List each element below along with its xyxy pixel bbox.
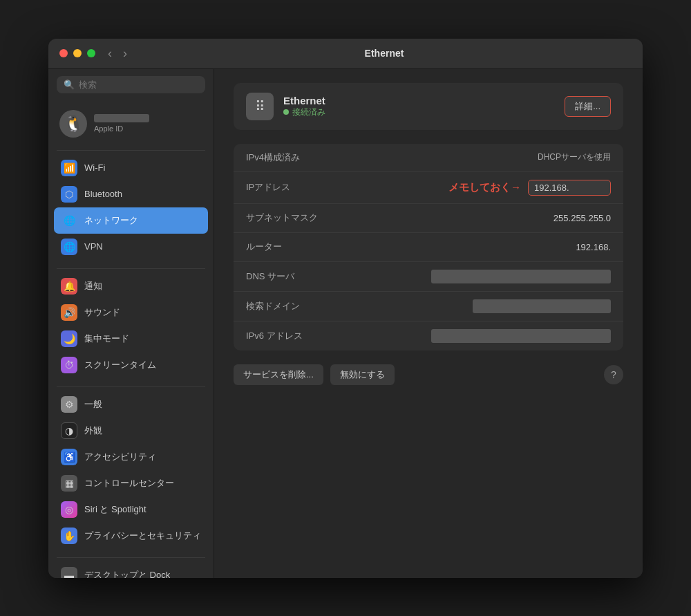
ethernet-name: Ethernet [283, 95, 325, 106]
router-label: ルーター [246, 241, 336, 253]
sidebar-label-access: アクセシビリティ [84, 451, 156, 463]
ethernet-icon: ⠿ [246, 93, 274, 120]
subnet-row: サブネットマスク 255.255.255.0 [234, 204, 623, 233]
ip-row-content: メモしておく→ 192.168. [336, 180, 611, 196]
ethernet-status-label: 接続済み [292, 106, 325, 118]
privacy-icon: ✋ [61, 528, 77, 544]
ipv4-label: IPv4構成済み [246, 151, 538, 164]
sidebar-item-privacy[interactable]: ✋ プライバシーとセキュリティ [54, 523, 208, 549]
search-bar: 🔍 [48, 69, 214, 100]
ethernet-header: ⠿ Ethernet 接続済み 詳細... [234, 83, 623, 130]
search-input-wrap[interactable]: 🔍 [57, 76, 205, 93]
traffic-lights [59, 49, 95, 57]
divider-2 [57, 268, 205, 269]
sidebar-section-system1: 🔔 通知 🔊 サウンド 🌙 集中モード ⏱ スクリーンタイム [54, 273, 208, 378]
sidebar-item-notif[interactable]: 🔔 通知 [54, 273, 208, 299]
ipv4-row: IPv4構成済み DHCPサーバを使用 [234, 144, 623, 172]
ip-value: 192.168. [528, 180, 611, 196]
search-icon: 🔍 [64, 80, 75, 90]
sidebar-item-wifi[interactable]: 📶 Wi-Fi [54, 155, 208, 181]
apple-id-name-blurred [94, 114, 149, 122]
sidebar-item-sound[interactable]: 🔊 サウンド [54, 299, 208, 326]
dns-value-blurred [431, 270, 611, 283]
divider-4 [57, 557, 205, 558]
dns-label: DNS サーバ [246, 270, 336, 283]
sidebar-label-privacy: プライバシーとセキュリティ [84, 530, 201, 542]
sidebar-item-apple-id[interactable]: 🐧 Apple ID [54, 103, 208, 144]
sidebar-label-network: ネットワーク [84, 214, 138, 227]
sidebar-item-control[interactable]: ▦ コントロールセンター [54, 470, 208, 496]
router-value: 192.168. [336, 242, 611, 252]
sidebar-label-general: 一般 [84, 398, 102, 411]
appearance-icon: ◑ [61, 422, 77, 439]
ethernet-info: ⠿ Ethernet 接続済み [246, 93, 325, 120]
divider-1 [57, 150, 205, 151]
ethernet-text: Ethernet 接続済み [283, 95, 325, 118]
network-icon: 🌐 [61, 212, 77, 229]
help-button[interactable]: ? [604, 365, 623, 384]
screentime-icon: ⏱ [61, 357, 77, 373]
info-section: IPv4構成済み DHCPサーバを使用 IPアドレス メモしておく→ 192.1… [234, 144, 623, 351]
window-title: Ethernet [137, 48, 632, 59]
bluetooth-icon: ⬡ [61, 186, 77, 203]
subnet-value: 255.255.255.0 [336, 213, 611, 223]
general-icon: ⚙ [61, 396, 77, 413]
sidebar-label-desktop: デスクトップと Dock [84, 569, 170, 578]
disable-button[interactable]: 無効にする [330, 364, 395, 385]
status-dot [283, 109, 289, 115]
title-bar: ‹ › Ethernet [48, 39, 643, 69]
ip-label: IPアドレス [246, 181, 336, 194]
search-domain-value-blurred [473, 299, 611, 313]
ethernet-status: 接続済み [283, 106, 325, 118]
apple-id-text: Apple ID [94, 114, 149, 133]
ip-row: IPアドレス メモしておく→ 192.168. [234, 172, 623, 204]
close-button[interactable] [59, 49, 68, 57]
main-window: ‹ › Ethernet 🔍 🐧 Apple ID [48, 39, 643, 578]
sidebar: 🔍 🐧 Apple ID 📶 [48, 69, 214, 578]
sidebar-section-network: 📶 Wi-Fi ⬡ Bluetooth 🌐 ネットワーク 🌐 VPN [54, 155, 208, 260]
sidebar-item-screen[interactable]: ⏱ スクリーンタイム [54, 352, 208, 378]
sidebar-label-appearance: 外観 [84, 424, 102, 437]
search-domain-label: 検索ドメイン [246, 300, 336, 312]
siri-icon: ◎ [61, 501, 77, 518]
navigation-buttons: ‹ › [104, 45, 131, 62]
back-button[interactable]: ‹ [104, 45, 116, 62]
delete-service-button[interactable]: サービスを削除... [234, 364, 323, 385]
dns-row: DNS サーバ [234, 262, 623, 292]
search-domain-row: 検索ドメイン [234, 292, 623, 321]
desktop-icon: ▬ [61, 567, 77, 578]
detail-button[interactable]: 詳細... [565, 96, 611, 117]
memo-arrow: メモしておく→ [448, 181, 521, 194]
sidebar-item-general[interactable]: ⚙ 一般 [54, 391, 208, 418]
sidebar-item-accessibility[interactable]: ♿ アクセシビリティ [54, 444, 208, 470]
sidebar-label-sound: サウンド [84, 306, 120, 319]
fullscreen-button[interactable] [87, 49, 95, 57]
divider-3 [57, 386, 205, 387]
sidebar-label-control: コントロールセンター [84, 477, 174, 489]
sidebar-section-system2: ⚙ 一般 ◑ 外観 ♿ アクセシビリティ ▦ コントロールセンター [54, 391, 208, 549]
apple-id-label: Apple ID [94, 124, 149, 133]
sidebar-label-focus: 集中モード [84, 333, 129, 345]
main-content: 🔍 🐧 Apple ID 📶 [48, 69, 643, 578]
sidebar-item-focus[interactable]: 🌙 集中モード [54, 326, 208, 352]
forward-button[interactable]: › [119, 45, 131, 62]
sidebar-item-vpn[interactable]: 🌐 VPN [54, 234, 208, 260]
sound-icon: 🔊 [61, 304, 77, 321]
search-input[interactable] [79, 80, 198, 90]
sidebar-scroll: 🐧 Apple ID 📶 Wi-Fi ⬡ Bluetooth [48, 100, 214, 578]
avatar: 🐧 [59, 110, 87, 138]
sidebar-item-appearance[interactable]: ◑ 外観 [54, 418, 208, 444]
notification-icon: 🔔 [61, 278, 77, 295]
sidebar-label-siri: Siri と Spotlight [84, 503, 146, 516]
sidebar-item-siri[interactable]: ◎ Siri と Spotlight [54, 496, 208, 523]
sidebar-label-notif: 通知 [84, 280, 102, 292]
sidebar-item-network[interactable]: 🌐 ネットワーク [54, 207, 208, 234]
focus-icon: 🌙 [61, 330, 77, 347]
sidebar-item-desktop[interactable]: ▬ デスクトップと Dock [54, 562, 208, 578]
minimize-button[interactable] [73, 49, 82, 57]
router-row: ルーター 192.168. [234, 233, 623, 262]
sidebar-item-bluetooth[interactable]: ⬡ Bluetooth [54, 181, 208, 207]
sidebar-section-system3: ▬ デスクトップと Dock [54, 562, 208, 578]
ipv6-value-blurred [431, 329, 611, 343]
ipv6-row: IPv6 アドレス [234, 321, 623, 351]
